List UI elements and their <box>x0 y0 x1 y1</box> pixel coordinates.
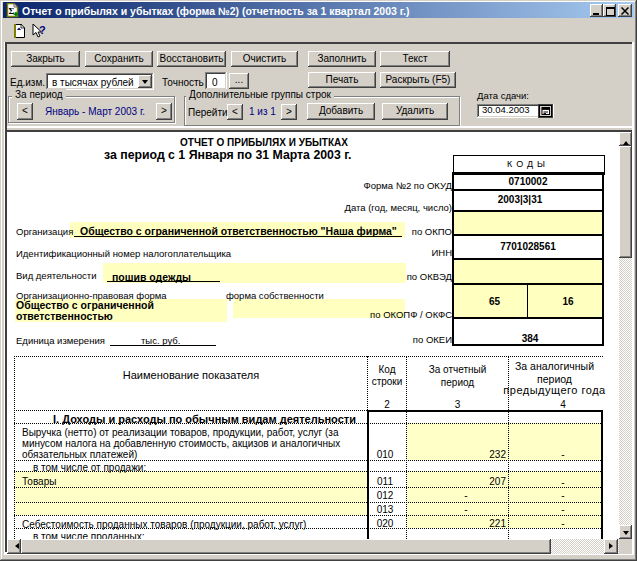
svg-text:?: ? <box>39 24 46 36</box>
